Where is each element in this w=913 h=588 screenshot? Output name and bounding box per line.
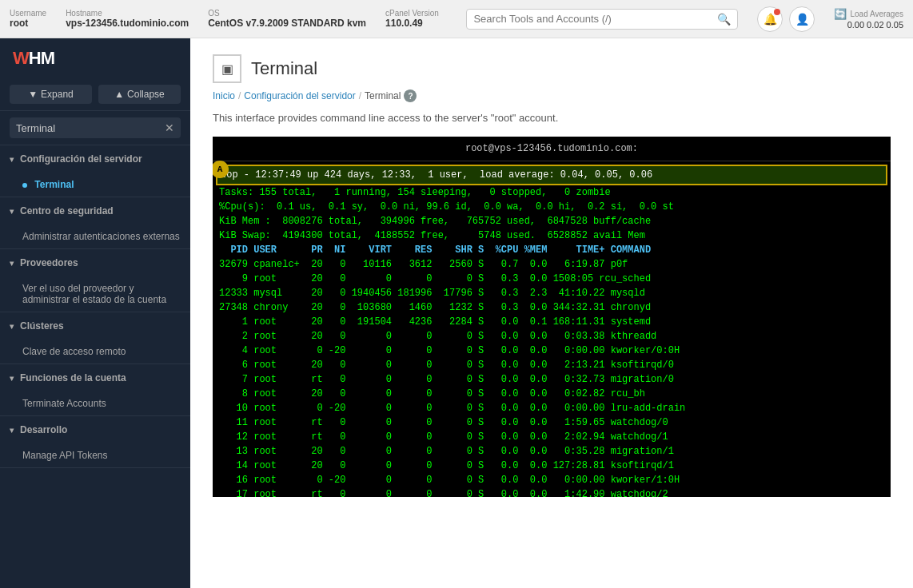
chevron-down-icon-funciones: ▾ xyxy=(10,374,14,383)
terminal-line: 32679 cpanelc+ 20 0 10116 3612 2560 S 0.… xyxy=(219,257,884,272)
sidebar-section-clusters: ▾ Clústeres Clave de acceso remoto xyxy=(0,312,190,364)
sidebar-section-seguridad: ▾ Centro de seguridad Administrar autent… xyxy=(0,197,190,249)
collapse-button[interactable]: ▲ Collapse xyxy=(98,85,181,104)
sidebar-item-clave-acceso[interactable]: Clave de acceso remoto xyxy=(0,340,190,364)
breadcrumb-sep-1: / xyxy=(238,90,241,101)
notification-bell-button[interactable]: 🔔 xyxy=(757,6,783,32)
sidebar-section-label-clusters: Clústeres xyxy=(20,320,64,332)
global-search[interactable]: 🔍 xyxy=(466,9,738,30)
load-averages: 🔄 Load Averages 0.00 0.02 0.05 xyxy=(834,8,903,30)
sidebar-section-proveedores: ▾ Proveedores Ver el uso del proveedor y… xyxy=(0,249,190,312)
terminal-line: 16 root 0 -20 0 0 0 S 0.0 0.0 0:00.00 kw… xyxy=(219,473,884,487)
collapse-icon: ▲ xyxy=(114,89,124,100)
breadcrumb-inicio-link[interactable]: Inicio xyxy=(213,90,235,101)
terminal-line: KiB Mem : 8008276 total, 394996 free, 76… xyxy=(219,214,884,228)
breadcrumb: Inicio / Configuración del servidor / Te… xyxy=(213,89,891,102)
sidebar-section-header-configuracion[interactable]: ▾ Configuración del servidor xyxy=(0,145,190,173)
terminal-line: 7 root rt 0 0 0 0 S 0.0 0.0 0:32.73 migr… xyxy=(219,372,884,387)
sidebar-search-container: ✕ xyxy=(0,111,190,145)
expand-button[interactable]: ▼ Expand xyxy=(10,85,92,104)
terminal-line: 14 root 20 0 0 0 0 S 0.0 0.0 127:28.81 k… xyxy=(219,459,884,473)
sidebar-item-label-api-tokens: Manage API Tokens xyxy=(22,450,108,461)
sidebar-logo: WHM xyxy=(0,38,190,78)
collapse-label: Collapse xyxy=(127,89,165,100)
sidebar-item-label-terminate: Terminate Accounts xyxy=(22,398,106,409)
terminal-line: 4 root 0 -20 0 0 0 S 0.0 0.0 0:00.00 kwo… xyxy=(219,344,884,358)
sidebar-section-header-funciones[interactable]: ▾ Funciones de la cuenta xyxy=(0,364,190,391)
sidebar-section-label-desarrollo: Desarrollo xyxy=(20,424,67,435)
sidebar-item-label-proveedor: Ver el uso del proveedor y administrar e… xyxy=(22,283,166,305)
terminal-line: %Cpu(s): 0.1 us, 0.1 sy, 0.0 ni, 99.6 id… xyxy=(219,200,884,214)
terminal-line: KiB Swap: 4194300 total, 4188552 free, 5… xyxy=(219,228,884,243)
terminal-line: 9 root 20 0 0 0 0 S 0.3 0.0 1508:05 rcu_… xyxy=(219,272,884,286)
expand-icon: ▼ xyxy=(28,89,38,100)
search-icon[interactable]: 🔍 xyxy=(717,13,731,26)
terminal-line: 1 root 20 0 191504 4236 2284 S 0.0 0.1 1… xyxy=(219,315,884,329)
sidebar-section-header-proveedores[interactable]: ▾ Proveedores xyxy=(0,249,190,276)
cpanel-field: cPanel Version 110.0.49 xyxy=(385,9,439,29)
terminal-line: 2 root 20 0 0 0 0 S 0.0 0.0 0:03.38 kthr… xyxy=(219,329,884,344)
terminal-container[interactable]: root@vps-123456.tudominio.com: A top - 1… xyxy=(213,137,891,497)
top-bar: Username root Hostname vps-123456.tudomi… xyxy=(0,0,913,38)
terminal-line: 10 root 0 -20 0 0 0 S 0.0 0.0 0:00.00 lr… xyxy=(219,401,884,415)
sidebar-item-label-auth: Administrar autenticaciones externas xyxy=(22,231,180,242)
sidebar-section-label-proveedores: Proveedores xyxy=(20,257,78,268)
sidebar-section-label-configuracion: Configuración del servidor xyxy=(20,153,142,165)
username-label: Username xyxy=(10,9,46,18)
sidebar-section-header-clusters[interactable]: ▾ Clústeres xyxy=(0,312,190,340)
chevron-down-icon: ▾ xyxy=(10,155,14,164)
os-value: CentOS v7.9.2009 STANDARD kvm xyxy=(208,18,366,29)
hostname-value: vps-123456.tudominio.com xyxy=(66,18,189,29)
terminal-body[interactable]: top - 12:37:49 up 424 days, 12:33, 1 use… xyxy=(213,161,891,497)
breadcrumb-current: Terminal xyxy=(365,90,401,101)
cpanel-label: cPanel Version xyxy=(385,9,439,18)
sidebar-item-terminate[interactable]: Terminate Accounts xyxy=(0,391,190,415)
username-value: root xyxy=(10,18,46,29)
terminal-line: 17 root rt 0 0 0 0 S 0.0 0.0 1:42.90 wat… xyxy=(219,487,884,497)
terminal-line: 6 root 20 0 0 0 0 S 0.0 0.0 2:13.21 ksof… xyxy=(219,358,884,372)
page-description: This interface provides command line acc… xyxy=(213,112,891,124)
search-input[interactable] xyxy=(473,13,717,25)
hostname-label: Hostname xyxy=(66,9,189,18)
content-area: ▣ Terminal Inicio / Configuración del se… xyxy=(190,38,913,588)
sidebar: WHM ▼ Expand ▲ Collapse ✕ ▾ Configuració… xyxy=(0,38,190,588)
sidebar-section-funciones: ▾ Funciones de la cuenta Terminate Accou… xyxy=(0,364,190,416)
help-icon[interactable]: ? xyxy=(404,89,417,102)
refresh-icon[interactable]: 🔄 xyxy=(834,8,847,20)
sidebar-item-auth[interactable]: Administrar autenticaciones externas xyxy=(0,224,190,248)
sidebar-section-label-seguridad: Centro de seguridad xyxy=(20,205,114,217)
sidebar-section-desarrollo: ▾ Desarrollo Manage API Tokens xyxy=(0,416,190,468)
terminal-line: top - 12:37:49 up 424 days, 12:33, 1 use… xyxy=(216,165,887,185)
sidebar-search-clear-button[interactable]: ✕ xyxy=(165,121,174,134)
sidebar-search-inner: ✕ xyxy=(10,117,181,138)
page-title-icon: ▣ xyxy=(213,54,241,83)
breadcrumb-config-link[interactable]: Configuración del servidor xyxy=(244,90,355,101)
terminal-icon: ▣ xyxy=(221,62,233,77)
page-title-row: ▣ Terminal xyxy=(213,54,891,83)
sidebar-search-input[interactable] xyxy=(16,122,165,134)
sidebar-item-proveedor[interactable]: Ver el uso del proveedor y administrar e… xyxy=(0,276,190,312)
terminal-line: 12 root rt 0 0 0 0 S 0.0 0.0 2:02.94 wat… xyxy=(219,430,884,444)
load-label: Load Averages xyxy=(850,10,903,18)
cpanel-value: 110.0.49 xyxy=(385,18,439,29)
notification-dot xyxy=(774,9,780,15)
sidebar-item-api-tokens[interactable]: Manage API Tokens xyxy=(0,443,190,467)
sidebar-expand-collapse: ▼ Expand ▲ Collapse xyxy=(0,78,190,111)
chevron-down-icon-desarrollo: ▾ xyxy=(10,426,14,435)
expand-label: Expand xyxy=(41,89,74,100)
terminal-line: 8 root 20 0 0 0 0 S 0.0 0.0 0:02.82 rcu_… xyxy=(219,387,884,401)
sidebar-section-label-funciones: Funciones de la cuenta xyxy=(20,372,126,383)
sidebar-section-header-desarrollo[interactable]: ▾ Desarrollo xyxy=(0,416,190,443)
sidebar-item-label-clave-acceso: Clave de acceso remoto xyxy=(22,346,126,357)
terminal-line: 12333 mysql 20 0 1940456 181996 17796 S … xyxy=(219,286,884,300)
terminal-header: root@vps-123456.tudominio.com: xyxy=(213,137,891,161)
main-layout: WHM ▼ Expand ▲ Collapse ✕ ▾ Configuració… xyxy=(0,38,913,588)
sidebar-section-header-seguridad[interactable]: ▾ Centro de seguridad xyxy=(0,197,190,224)
sidebar-item-label-terminal: Terminal xyxy=(34,179,74,190)
terminal-line: PID USER PR NI VIRT RES SHR S %CPU %MEM … xyxy=(219,243,884,257)
terminal-line: 13 root 20 0 0 0 0 S 0.0 0.0 0:35.28 mig… xyxy=(219,444,884,459)
breadcrumb-sep-2: / xyxy=(359,90,361,101)
sidebar-item-terminal[interactable]: Terminal xyxy=(0,173,190,197)
user-avatar-button[interactable]: 👤 xyxy=(789,6,815,32)
whm-logo: WHM xyxy=(13,48,54,69)
